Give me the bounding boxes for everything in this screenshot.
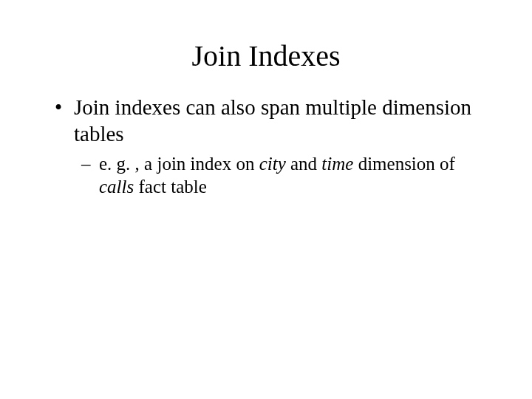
bullet-list: Join indexes can also span multiple dime…	[44, 94, 488, 198]
sub-bullet-list: e. g. , a join index on city and time di…	[74, 152, 488, 199]
sub-text-mid2: dimension of	[353, 154, 455, 174]
sub-bullet-item: e. g. , a join index on city and time di…	[99, 152, 488, 199]
sub-text-time: time	[321, 154, 353, 174]
bullet-text: Join indexes can also span multiple dime…	[74, 95, 471, 146]
bullet-item: Join indexes can also span multiple dime…	[74, 94, 488, 198]
slide: Join Indexes Join indexes can also span …	[0, 0, 532, 399]
sub-text-city: city	[259, 154, 286, 174]
slide-title: Join Indexes	[0, 0, 532, 73]
sub-text-mid1: and	[286, 154, 322, 174]
sub-text-pre: e. g. , a join index on	[99, 154, 259, 174]
slide-body: Join indexes can also span multiple dime…	[0, 73, 532, 198]
sub-text-calls: calls	[99, 177, 134, 197]
sub-text-post: fact table	[134, 177, 207, 197]
